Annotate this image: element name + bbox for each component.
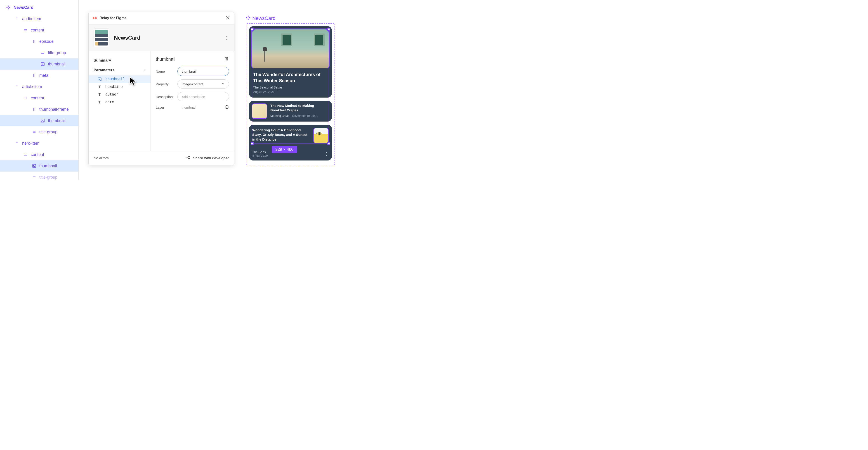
image-param-icon: [98, 77, 102, 81]
tree-item-label: thumbnail-frame: [39, 107, 69, 112]
svg-rect-2: [9, 7, 10, 8]
name-input[interactable]: [178, 67, 229, 76]
tree-root-label: NewsCard: [13, 5, 33, 10]
svg-rect-1: [6, 7, 8, 8]
svg-rect-3: [8, 8, 9, 9]
svg-rect-20: [248, 16, 249, 17]
frame-name: NewsCard: [252, 16, 276, 21]
tree-item-content[interactable]: content: [0, 92, 79, 104]
image-icon: [32, 163, 37, 168]
layer-panel: NewsCard audio-itemcontentepisodetitle-g…: [0, 0, 79, 180]
plugin-panel: Relay for Figma NewsCard ⋮ Summary Param…: [88, 12, 234, 165]
chevron-down-icon: [221, 82, 225, 86]
vframe-icon: [23, 95, 28, 101]
plugin-sidebar: Summary Parameters + thumbnailTheadlineT…: [89, 51, 151, 151]
text-param-icon: T: [98, 100, 102, 104]
param-date[interactable]: Tdate: [89, 99, 151, 106]
name-label: Name: [156, 69, 178, 73]
audio-author: The Bees: [252, 150, 268, 154]
tree-root[interactable]: NewsCard: [0, 2, 79, 13]
hero-thumbnail[interactable]: [251, 29, 330, 68]
close-icon[interactable]: [226, 15, 230, 21]
tree-item-label: audio-item: [22, 17, 41, 21]
article-date: November 10, 2021: [292, 114, 318, 117]
vframe-icon: [32, 107, 37, 112]
description-input[interactable]: [178, 92, 229, 101]
param-thumbnail[interactable]: thumbnail: [89, 75, 151, 83]
audio-card[interactable]: Wondering Hour: A Childhood Story, Grizz…: [249, 125, 332, 161]
param-label: thumbnail: [105, 77, 125, 81]
tree-item-audio-item[interactable]: audio-item: [0, 13, 79, 24]
tree-item-meta[interactable]: meta: [0, 70, 79, 81]
tree-item-content[interactable]: content: [0, 149, 79, 160]
add-parameter-icon[interactable]: +: [143, 67, 146, 73]
summary-section[interactable]: Summary: [89, 56, 151, 65]
svg-point-12: [33, 165, 34, 166]
svg-rect-7: [16, 85, 18, 86]
svg-point-14: [99, 78, 99, 79]
plugin-footer: No errors Share with developer: [89, 151, 234, 165]
parameters-section[interactable]: Parameters: [94, 68, 115, 73]
more-icon[interactable]: ⋮: [224, 35, 229, 40]
component-icon: [14, 84, 20, 89]
tree-item-content[interactable]: content: [0, 24, 79, 36]
component-icon: [246, 16, 250, 21]
svg-rect-23: [248, 19, 249, 20]
tree-item-thumbnail-frame[interactable]: thumbnail-frame: [0, 104, 79, 115]
audio-more-icon[interactable]: ⋮: [324, 151, 329, 157]
svg-rect-0: [8, 5, 9, 7]
tree-item-label: title-group: [48, 51, 66, 55]
tree-item-label: thumbnail: [48, 62, 66, 66]
tree-item-title-group[interactable]: title-group: [0, 47, 79, 58]
tree-item-title-group[interactable]: title-group: [0, 126, 79, 138]
tree-item-episode[interactable]: episode: [0, 36, 79, 47]
svg-point-9: [42, 120, 42, 121]
plugin-title: Relay for Figma: [99, 16, 226, 20]
delete-icon[interactable]: [224, 56, 229, 62]
svg-point-17: [186, 157, 187, 158]
tree-item-label: episode: [39, 39, 54, 44]
article-title: The New Method to Making Breakfast Crepe…: [270, 104, 329, 113]
frame-label[interactable]: NewsCard: [246, 16, 335, 21]
tree-item-thumbnail[interactable]: thumbnail: [0, 115, 79, 126]
article-card[interactable]: The New Method to Making Breakfast Crepe…: [249, 101, 332, 121]
share-icon: [186, 155, 190, 161]
frame-icon: [32, 175, 37, 180]
plugin-header: Relay for Figma: [89, 12, 234, 24]
tree-item-hero-item[interactable]: hero-item: [0, 138, 79, 149]
svg-rect-4: [16, 17, 18, 19]
property-select[interactable]: image-content: [178, 80, 229, 88]
svg-point-16: [226, 107, 227, 108]
tree-item-label: thumbnail: [48, 118, 66, 123]
tree-item-label: thumbnail: [39, 164, 57, 168]
hero-card[interactable]: The Wonderful Architectures of This Wint…: [249, 26, 332, 97]
tree-item-label: title-group: [39, 175, 57, 180]
target-icon[interactable]: [224, 105, 229, 110]
tree-item-label: meta: [39, 73, 49, 78]
param-headline[interactable]: Theadline: [89, 83, 151, 91]
param-author[interactable]: Tauthor: [89, 91, 151, 99]
description-label: Description: [156, 95, 178, 99]
image-icon: [40, 118, 45, 123]
audio-thumbnail[interactable]: [313, 128, 329, 143]
tree-item-label: content: [31, 96, 44, 101]
tree-item-thumbnail[interactable]: thumbnail: [0, 58, 79, 70]
detail-title: thumbnail: [156, 57, 176, 62]
vframe-icon: [32, 73, 37, 78]
share-label: Share with developer: [193, 156, 229, 161]
property-value: image-content: [182, 82, 203, 86]
component-thumbnail-icon: [94, 29, 110, 47]
property-label: Property: [156, 82, 178, 86]
tree-item-title-group[interactable]: title-group: [0, 172, 79, 180]
tree-item-article-item[interactable]: article-item: [0, 81, 79, 92]
article-thumbnail[interactable]: [252, 104, 267, 119]
tree-item-label: article-item: [22, 84, 42, 89]
selection-frame[interactable]: The Wonderful Architectures of This Wint…: [246, 23, 335, 165]
share-button[interactable]: Share with developer: [186, 155, 229, 161]
hero-date: August 25, 2021: [253, 90, 328, 93]
tree-item-thumbnail[interactable]: thumbnail: [0, 160, 79, 172]
text-param-icon: T: [98, 85, 102, 89]
frame-icon: [23, 28, 28, 33]
tree-item-label: hero-item: [22, 141, 39, 146]
component-icon: [14, 141, 20, 146]
